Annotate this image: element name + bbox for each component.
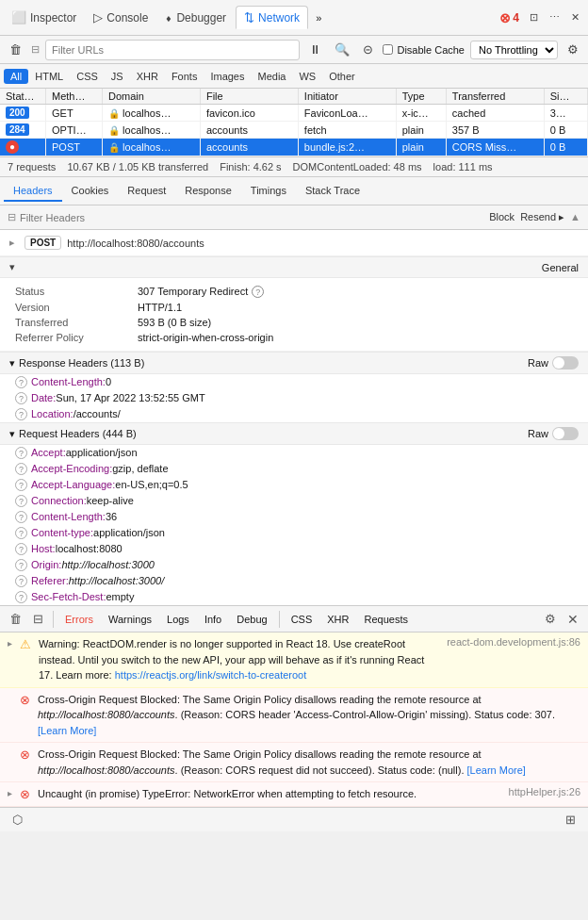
tab-stack-trace[interactable]: Stack Trace xyxy=(296,181,369,202)
close-button[interactable]: ✕ xyxy=(566,8,584,26)
learn-more-link[interactable]: https://reactjs.org/link/switch-to-creat… xyxy=(115,669,307,681)
console-clear-button[interactable]: 🗑 xyxy=(6,610,25,628)
col-type[interactable]: Type xyxy=(396,89,446,105)
response-headers-header[interactable]: ▾ Response Headers (113 B) Raw xyxy=(0,352,588,374)
info-icon[interactable]: ? xyxy=(15,575,27,587)
request-method-badge: POST xyxy=(24,236,61,250)
header-key: Location: xyxy=(31,408,74,419)
info-icon[interactable]: ? xyxy=(15,527,27,539)
console-tab-info[interactable]: Info xyxy=(199,612,227,627)
col-domain[interactable]: Domain xyxy=(103,89,201,105)
type-tab-all[interactable]: All xyxy=(4,69,28,84)
disable-cache-checkbox[interactable] xyxy=(383,44,393,55)
tab-timings[interactable]: Timings xyxy=(241,181,296,202)
dock-panel-button[interactable]: ⊞ xyxy=(561,811,580,829)
tab-debugger[interactable]: ⬧ Debugger xyxy=(157,7,234,28)
type-tab-fonts[interactable]: Fonts xyxy=(165,69,204,84)
filter-headers-input[interactable] xyxy=(20,212,489,223)
learn-more-link[interactable]: [Learn More] xyxy=(38,725,96,736)
info-icon[interactable]: ? xyxy=(15,511,27,523)
response-raw-switch[interactable] xyxy=(552,356,579,370)
domain-cell: 🔒 localhos… xyxy=(103,122,201,139)
learn-more-link[interactable]: [Learn More] xyxy=(467,764,526,776)
console-tab-css[interactable]: CSS xyxy=(286,612,318,627)
dock-button[interactable]: ⊡ xyxy=(525,8,543,26)
response-header-item: ? Content-Length: 0 xyxy=(0,374,588,390)
search-button[interactable]: 🔍 xyxy=(331,41,353,58)
expand-arrow[interactable]: ▸ xyxy=(9,237,15,249)
console-tab-logs[interactable]: Logs xyxy=(161,612,195,627)
info-icon[interactable]: ? xyxy=(15,495,27,507)
console-filter-icon[interactable]: ⊟ xyxy=(29,610,47,628)
info-icon[interactable]: ? xyxy=(15,392,27,404)
headers-content: ▸ POST http://localhost:8080/accounts ▾ … xyxy=(0,230,588,605)
general-section-header[interactable]: ▾ General xyxy=(0,256,588,278)
tab-network[interactable]: ⇅ Network xyxy=(236,6,308,29)
type-tab-html[interactable]: HTML xyxy=(28,69,70,84)
network-label: Network xyxy=(258,11,300,25)
info-icon[interactable]: ? xyxy=(15,591,27,603)
col-initiator[interactable]: Initiator xyxy=(298,89,396,105)
type-tab-ws[interactable]: WS xyxy=(292,69,322,84)
col-method[interactable]: Meth… xyxy=(45,89,102,105)
tab-inspector[interactable]: ⬜ Inspector xyxy=(4,7,84,28)
request-count: 7 requests xyxy=(8,161,56,172)
expand-arrow[interactable]: ▸ xyxy=(8,788,12,798)
console-file-link[interactable]: httpHelper.js:26 xyxy=(509,786,580,797)
info-icon[interactable]: ? xyxy=(15,447,27,459)
referrer-value: strict-origin-when-cross-origin xyxy=(138,332,273,343)
console-close-button[interactable]: ✕ xyxy=(564,610,582,629)
request-headers-header[interactable]: ▾ Request Headers (444 B) Raw xyxy=(0,422,588,445)
console-tab-warnings[interactable]: Warnings xyxy=(103,612,157,627)
pause-recording-button[interactable]: ⏸ xyxy=(305,41,325,58)
resend-button[interactable]: Resend ▸ xyxy=(520,211,564,223)
header-val: /accounts/ xyxy=(74,408,121,419)
table-row[interactable]: 284 OPTI… 🔒 localhos… accounts fetch pla… xyxy=(0,122,588,139)
tab-response[interactable]: Response xyxy=(175,181,241,202)
tab-cookies[interactable]: Cookies xyxy=(62,181,119,202)
console-tab-xhr[interactable]: XHR xyxy=(321,612,354,627)
throttle-select[interactable]: No Throttling xyxy=(470,41,558,59)
console-tab-debug[interactable]: Debug xyxy=(231,612,272,627)
console-file-link[interactable]: react-dom.development.js:86 xyxy=(447,636,580,648)
tab-request[interactable]: Request xyxy=(118,181,175,202)
info-icon[interactable]: ? xyxy=(15,479,27,491)
col-transferred[interactable]: Transferred xyxy=(446,89,544,105)
type-tab-js[interactable]: JS xyxy=(105,69,130,84)
more-options-button[interactable]: ⋯ xyxy=(545,8,564,26)
info-icon[interactable]: ? xyxy=(15,543,27,555)
clear-requests-button[interactable]: 🗑 xyxy=(6,41,25,58)
request-raw-switch[interactable] xyxy=(552,427,579,440)
type-tab-media[interactable]: Media xyxy=(251,69,292,84)
request-header-item: ? Referer: http://localhost:3000/ xyxy=(0,573,588,589)
debugger-icon: ⬧ xyxy=(165,10,172,25)
network-settings-button[interactable]: ⚙ xyxy=(564,41,582,58)
console-tab-requests[interactable]: Requests xyxy=(359,612,414,627)
table-row[interactable]: ● POST 🔒 localhos… accounts bundle.js:2…… xyxy=(0,139,588,156)
filter-urls-input[interactable] xyxy=(45,40,300,60)
expand-arrow[interactable]: ▸ xyxy=(8,638,12,649)
tab-headers[interactable]: Headers xyxy=(4,181,62,202)
status-info-icon[interactable]: ? xyxy=(252,286,264,298)
info-icon[interactable]: ? xyxy=(15,463,27,475)
info-icon[interactable]: ? xyxy=(15,376,27,388)
tab-console[interactable]: ▷ Console xyxy=(86,7,155,28)
console-settings-button[interactable]: ⚙ xyxy=(541,610,560,628)
type-tab-other[interactable]: Other xyxy=(322,69,362,84)
header-val: application/json xyxy=(66,447,138,458)
col-status[interactable]: Stat… xyxy=(0,89,45,105)
col-file[interactable]: File xyxy=(200,89,298,105)
more-tabs-button[interactable]: » xyxy=(310,8,327,27)
console-tab-errors[interactable]: Errors xyxy=(59,612,99,627)
table-row[interactable]: 200 GET 🔒 localhos… favicon.ico FaviconL… xyxy=(0,105,588,122)
type-tab-images[interactable]: Images xyxy=(204,69,251,84)
expand-panel-button[interactable]: ⬡ xyxy=(8,811,27,829)
type-tab-css[interactable]: CSS xyxy=(70,69,105,84)
col-size[interactable]: Si… xyxy=(544,89,587,105)
info-icon[interactable]: ? xyxy=(15,408,27,420)
console-panel: 🗑 ⊟ Errors Warnings Logs Info Debug CSS … xyxy=(0,605,588,807)
info-icon[interactable]: ? xyxy=(15,559,27,571)
scroll-up-icon[interactable]: ▲ xyxy=(570,211,580,223)
type-tab-xhr[interactable]: XHR xyxy=(130,69,165,84)
block-button[interactable]: Block xyxy=(489,211,514,223)
